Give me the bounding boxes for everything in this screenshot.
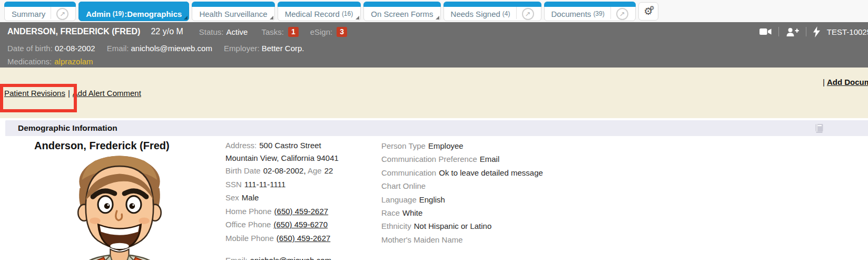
tab-medical-record-count: (16) xyxy=(342,10,353,17)
tab-divider xyxy=(516,7,517,19)
demographics-panel: Demographic Information Anderson, Freder… xyxy=(5,120,868,260)
patient-revisions-link[interactable]: Patient Revisions xyxy=(4,89,65,98)
field-address: Address:500 Castro Street xyxy=(225,139,378,152)
patient-age-sex: 22 y/o M xyxy=(151,27,183,36)
video-call-icon[interactable] xyxy=(760,28,772,35)
field-sex: SexMale xyxy=(225,191,378,205)
esign-badge[interactable]: 3 xyxy=(337,27,347,37)
link-divider: | xyxy=(823,78,825,86)
chart-id: TEST-10025 xyxy=(827,27,868,36)
tab-divider xyxy=(610,7,611,19)
patient-name: ANDERSON, FREDERICK (FRED) xyxy=(7,27,140,36)
book-icon[interactable] xyxy=(814,123,824,135)
tab-health-surveillance-label: Health Surveillance xyxy=(199,9,267,18)
patient-header-details: Date of birth:02-08-2002 Email:anichols@… xyxy=(0,41,868,68)
add-alert-comment-link[interactable]: Add Alert Comment xyxy=(73,89,141,98)
tasks-label: Tasks: xyxy=(261,27,284,36)
field-address-line2: Mountain View, California 94041 xyxy=(225,152,378,165)
quick-action-bolt-icon[interactable] xyxy=(813,26,820,37)
tab-medical-record[interactable]: Medical Record (16) xyxy=(278,2,361,21)
field-chart-online: Chart Online xyxy=(381,179,603,192)
status-label: Status: xyxy=(199,27,224,36)
tab-health-surveillance[interactable]: Health Surveillance xyxy=(192,2,274,21)
patient-header-actions: TEST-10025 xyxy=(760,22,868,41)
field-mobile-phone: Mobile Phone(650) 459-2627 xyxy=(225,232,378,245)
demographics-right-column: Person TypeEmployee Communication Prefer… xyxy=(381,139,603,246)
field-ethnicity: EthnicityNot Hispanic or Latino xyxy=(381,219,603,233)
patient-photo[interactable] xyxy=(62,150,177,260)
tab-on-screen-forms[interactable]: On Screen Forms xyxy=(363,2,440,21)
dob-label: Date of birth: xyxy=(7,44,53,53)
tab-needs-signed-label: Needs Signed xyxy=(451,9,500,18)
tab-on-screen-forms-label: On Screen Forms xyxy=(371,9,433,18)
field-communication-preference: Communication PreferenceEmail xyxy=(381,152,603,166)
tab-admin-suffix: :Demographics xyxy=(124,9,182,18)
alert-band-links: Patient Revisions|Add Alert Comment xyxy=(4,89,141,98)
field-communication: CommunicationOk to leave detailed messag… xyxy=(381,166,603,179)
tab-needs-signed-count: (4) xyxy=(502,10,510,17)
settings-button[interactable]: ⚙ ⚙ xyxy=(638,2,658,21)
field-office-phone: Office Phone(650) 459-6270 xyxy=(225,218,378,232)
divider xyxy=(806,27,806,36)
tab-documents[interactable]: Documents (39) ↗ xyxy=(544,2,636,21)
link-divider: | xyxy=(68,89,70,98)
tasks-badge[interactable]: 1 xyxy=(288,27,299,37)
office-phone-link[interactable]: (650) 459-6270 xyxy=(273,220,328,229)
panel-title: Demographic Information xyxy=(18,123,117,133)
patient-detail-line2: Medications:alprazolam xyxy=(7,55,861,68)
alert-band: Patient Revisions|Add Alert Comment |Add… xyxy=(0,68,868,118)
patient-detail-line1: Date of birth:02-08-2002 Email:anichols@… xyxy=(7,42,861,55)
dob-value: 02-08-2002 xyxy=(55,44,95,53)
field-birth-date: Birth Date02-08-2002, Age22 xyxy=(225,164,378,178)
add-user-icon[interactable] xyxy=(786,27,799,36)
home-phone-link[interactable]: (650) 459-2627 xyxy=(274,207,329,216)
chart-tab-bar: Summary ↗ Admin (19) :Demographics Healt… xyxy=(0,0,868,22)
tab-admin-label: Admin xyxy=(86,9,111,18)
open-new-window-icon[interactable]: ↗ xyxy=(616,8,628,20)
tab-admin-count: (19) xyxy=(113,10,124,17)
demographics-panel-body: Anderson, Frederick (Fred) xyxy=(5,136,868,260)
email-link[interactable]: anichols@mieweb.com xyxy=(250,256,331,260)
add-document-link[interactable]: Add Document xyxy=(827,78,868,86)
employer-label: Employer: xyxy=(224,44,260,53)
email-label: Email: xyxy=(107,44,129,53)
open-new-window-icon[interactable]: ↗ xyxy=(522,8,534,20)
patient-header: ANDERSON, FREDERICK (FRED) 22 y/o M Stat… xyxy=(0,22,868,41)
demographics-left-column: Address:500 Castro Street Mountain View,… xyxy=(225,139,378,260)
tab-summary-label: Summary xyxy=(12,9,45,18)
field-home-phone: Home Phone(650) 459-2627 xyxy=(225,205,378,218)
tab-needs-signed[interactable]: Needs Signed (4) ↗ xyxy=(443,2,541,21)
medications-value[interactable]: alprazolam xyxy=(54,57,93,66)
tab-medical-record-label: Medical Record xyxy=(285,9,340,18)
add-document-links: |Add Document xyxy=(823,78,868,86)
tab-admin-demographics[interactable]: Admin (19) :Demographics xyxy=(78,2,189,21)
tab-divider xyxy=(51,7,51,19)
divider xyxy=(778,27,779,36)
esign-label: eSign: xyxy=(310,27,333,36)
tab-documents-count: (39) xyxy=(593,10,604,17)
field-language: LanguageEnglish xyxy=(381,193,603,206)
tab-documents-label: Documents xyxy=(551,9,591,18)
demographics-panel-header: Demographic Information xyxy=(5,120,868,136)
field-race: RaceWhite xyxy=(381,206,603,219)
gear-small-icon: ⚙ xyxy=(649,5,655,11)
employer-value: Better Corp. xyxy=(262,44,304,53)
field-mothers-maiden-name: Mother's Maiden Name xyxy=(381,233,603,246)
field-person-type: Person TypeEmployee xyxy=(381,139,603,152)
field-email: Email:anichols@mieweb.com xyxy=(225,254,378,260)
tab-summary[interactable]: Summary ↗ xyxy=(4,2,76,21)
medications-label: Medications: xyxy=(7,57,52,66)
field-ssn: SSN111-11-1111 xyxy=(225,178,378,191)
email-value: anichols@mieweb.com xyxy=(131,44,212,53)
open-new-window-icon[interactable]: ↗ xyxy=(56,8,68,20)
status-value: Active xyxy=(226,27,248,36)
mobile-phone-link[interactable]: (650) 459-2627 xyxy=(277,234,331,243)
